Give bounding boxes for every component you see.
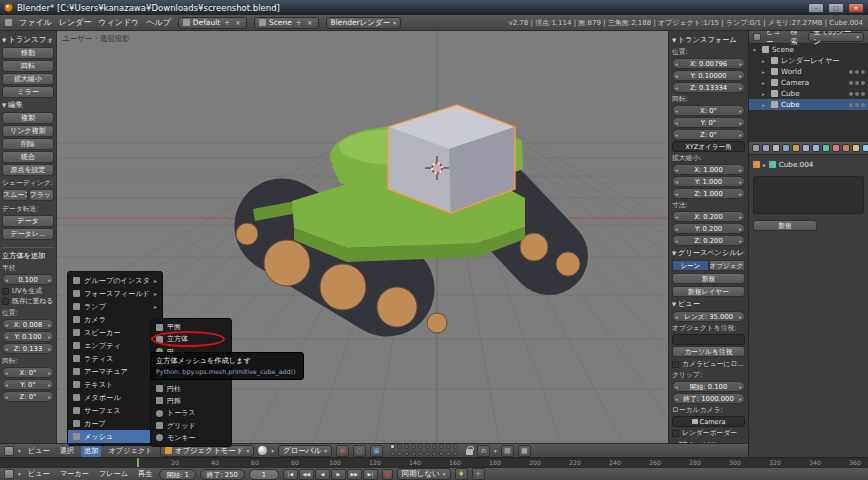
- add-menu-item[interactable]: フォースフィールド▸: [68, 287, 162, 300]
- layer-toggle[interactable]: [404, 444, 409, 449]
- menu-object[interactable]: オブジェクト: [105, 445, 155, 457]
- timeline-menu-frame[interactable]: フレーム: [96, 468, 131, 480]
- layer-toggle[interactable]: [446, 451, 451, 456]
- maximize-button[interactable]: □: [828, 3, 844, 13]
- location-field[interactable]: Y: 0.100: [2, 331, 54, 342]
- layer-toggle[interactable]: [418, 444, 423, 449]
- menu-window[interactable]: ウィンドウ: [98, 17, 139, 28]
- add-menu-item[interactable]: メッシュ▸: [68, 430, 162, 443]
- add-menu-item[interactable]: カーブ▸: [68, 417, 162, 430]
- next-keyframe-button[interactable]: ▶▶: [347, 469, 362, 480]
- visibility-icon[interactable]: [849, 81, 853, 85]
- outliner-item[interactable]: ▸レンダーレイヤー: [749, 55, 868, 66]
- clip-end-field[interactable]: 終了: 1000.000: [672, 393, 745, 404]
- menu-render[interactable]: レンダー: [59, 17, 92, 28]
- object-tab[interactable]: [792, 144, 800, 152]
- add-menu-item[interactable]: カメラ: [68, 313, 162, 326]
- grease-pencil-panel-header[interactable]: ▼ グリースペンシルレイ...: [672, 248, 745, 258]
- tool-button[interactable]: 複製: [2, 112, 54, 124]
- viewport-shading-icon[interactable]: [258, 446, 267, 455]
- new-datablock-button[interactable]: 新規: [753, 220, 817, 231]
- timeline-menu-playback[interactable]: 再生: [135, 468, 155, 480]
- selectability-icon[interactable]: [855, 81, 859, 85]
- add-menu-item[interactable]: スピーカー: [68, 326, 162, 339]
- particles-tab[interactable]: [852, 144, 860, 152]
- lens-field[interactable]: レンズ: 35.000: [672, 311, 745, 322]
- expander-icon[interactable]: ▾: [753, 47, 759, 53]
- number-field[interactable]: X: 0.200: [672, 211, 745, 222]
- selectability-icon[interactable]: [855, 92, 859, 96]
- timeline-menu-marker[interactable]: マーカー: [57, 468, 92, 480]
- view-panel-header[interactable]: ▼ ビュー: [672, 299, 745, 309]
- play-reverse-button[interactable]: ◀: [315, 469, 330, 480]
- minimize-button[interactable]: –: [808, 3, 824, 13]
- mesh-submenu-item[interactable]: 平面: [151, 321, 231, 333]
- orientation-dropdown[interactable]: グローバル ▾: [278, 445, 332, 457]
- mesh-submenu-item[interactable]: トーラス: [151, 407, 231, 419]
- keyframe-insert-icon[interactable]: +: [472, 468, 485, 480]
- outliner-editor-icon[interactable]: [753, 33, 761, 41]
- number-field[interactable]: X: 0.00796: [672, 58, 745, 69]
- render-tab[interactable]: [752, 144, 760, 152]
- frame-end-field[interactable]: 終了: 250: [200, 469, 245, 480]
- renderability-icon[interactable]: [861, 103, 865, 107]
- lock-object-field[interactable]: [672, 334, 745, 345]
- transform-panel-header[interactable]: ▼ トランスフォーム: [672, 35, 745, 45]
- align-existing-checkbox[interactable]: 既存に重ねる: [2, 296, 54, 306]
- add-menu-item[interactable]: メタボール▸: [68, 391, 162, 404]
- sync-dropdown[interactable]: 同期しない ▾: [397, 468, 451, 480]
- location-field[interactable]: X: 0.008: [2, 319, 54, 330]
- add-menu-item[interactable]: サーフェス▸: [68, 404, 162, 417]
- texture-tab[interactable]: [842, 144, 850, 152]
- material-tab[interactable]: [832, 144, 840, 152]
- prev-keyframe-button[interactable]: ◀◀: [299, 469, 314, 480]
- number-field[interactable]: Z: 0.200: [672, 235, 745, 246]
- selectability-icon[interactable]: [855, 70, 859, 74]
- selectability-icon[interactable]: [855, 103, 859, 107]
- radius-field[interactable]: 0.100: [2, 274, 54, 285]
- layer-toggle[interactable]: [453, 444, 458, 449]
- jump-to-start-button[interactable]: |◀: [283, 469, 298, 480]
- play-button[interactable]: ▶: [331, 469, 346, 480]
- layer-toggle[interactable]: [390, 451, 395, 456]
- layer-toggle[interactable]: [439, 444, 444, 449]
- render-engine-dropdown[interactable]: Blenderレンダー ▾: [326, 17, 401, 29]
- outliner-item[interactable]: ▸World: [749, 66, 868, 77]
- blender-app-icon[interactable]: [5, 19, 12, 26]
- number-field[interactable]: Y: 0.10000: [672, 70, 745, 81]
- editor-type-icon[interactable]: [4, 446, 14, 456]
- set-origin-button[interactable]: 原点を設定: [2, 164, 54, 176]
- tab-object[interactable]: オブジェクト: [709, 260, 746, 271]
- rotation-mode-dropdown[interactable]: XYZオイラー角: [672, 141, 745, 152]
- menu-add[interactable]: 追加: [81, 445, 101, 457]
- layer-toggle[interactable]: [411, 444, 416, 449]
- scale-manipulator-button[interactable]: ▣: [370, 445, 383, 457]
- gp-new-layer-button[interactable]: 新規レイヤー: [672, 286, 745, 297]
- lock-camera-checkbox[interactable]: カメラビューにロ...: [672, 359, 745, 369]
- lock-icon[interactable]: [466, 449, 473, 455]
- auto-keyframe-button[interactable]: [382, 469, 393, 480]
- renderability-icon[interactable]: [861, 92, 865, 96]
- outliner-filter-dropdown[interactable]: 全てのシーン ▾: [808, 32, 864, 42]
- outliner-item[interactable]: ▸Cube: [749, 88, 868, 99]
- render-opengl-anim-icon[interactable]: ▦: [518, 445, 531, 457]
- timeline-editor-icon[interactable]: [4, 469, 14, 479]
- snap-magnet-icon[interactable]: ∩: [477, 445, 490, 457]
- local-camera-field[interactable]: Camera: [672, 416, 745, 427]
- timeline-menu-view[interactable]: ビュー: [25, 468, 53, 480]
- datablock-list-box[interactable]: [753, 176, 864, 214]
- delete-scene-button[interactable]: ×: [306, 19, 314, 27]
- layer-toggle[interactable]: [397, 444, 402, 449]
- number-field[interactable]: Y: 0°: [672, 117, 745, 128]
- layer-toggle[interactable]: [418, 451, 423, 456]
- menu-view[interactable]: ビュー: [25, 445, 53, 457]
- layer-toggle[interactable]: [411, 451, 416, 456]
- layer-toggle[interactable]: [432, 444, 437, 449]
- expander-icon[interactable]: ▸: [762, 102, 768, 108]
- expander-icon[interactable]: ▸: [762, 58, 768, 64]
- layer-toggle[interactable]: [446, 444, 451, 449]
- location-field[interactable]: Z: 0.133: [2, 343, 54, 354]
- mesh-submenu-item[interactable]: グリッド: [151, 419, 231, 431]
- current-frame-field[interactable]: 1: [249, 469, 279, 480]
- layer-toggle[interactable]: [425, 444, 430, 449]
